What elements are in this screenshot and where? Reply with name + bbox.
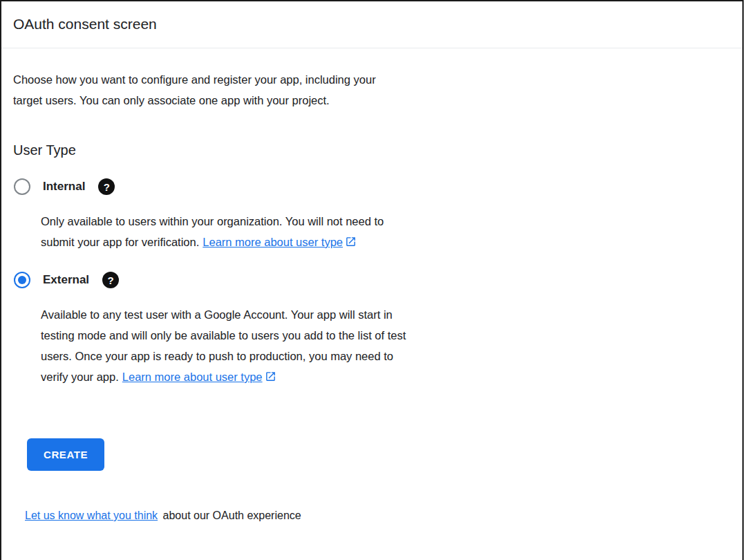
external-link-icon [345,236,357,248]
description-line: users. Once your app is ready to push to… [41,346,731,366]
description-text: submit your app for verification. [41,236,199,248]
description-line: Only available to users within your orga… [41,211,731,232]
description-line: testing mode and will only be available … [41,325,731,346]
feedback-text: about our OAuth experience [160,510,301,521]
option-label-internal[interactable]: Internal [43,180,85,194]
help-icon[interactable]: ? [102,272,119,288]
intro-line: target users. You can only associate one… [13,90,731,111]
feedback-link[interactable]: Let us know what you think [25,510,158,521]
create-button[interactable]: CREATE [27,438,104,471]
oauth-consent-panel: OAuth consent screen Choose how you want… [0,0,744,560]
learn-more-link-label: Learn more about user type [203,236,343,248]
internal-description: Only available to users within your orga… [41,211,731,252]
main-content: Choose how you want to configure and reg… [1,69,742,523]
radio-internal[interactable] [14,178,30,195]
intro-paragraph: Choose how you want to configure and reg… [13,69,731,111]
option-row-external: External ? [13,272,731,288]
intro-line: Choose how you want to configure and reg… [13,69,731,90]
page-header: OAuth consent screen [1,1,742,48]
user-type-heading: User Type [13,141,731,159]
feedback-line: Let us know what you think about our OAu… [25,508,731,523]
option-row-internal: Internal ? [13,178,731,195]
description-line: verify your app.Learn more about user ty… [41,366,731,387]
radio-external[interactable] [14,272,30,288]
description-text: verify your app. [41,371,119,383]
learn-more-link[interactable]: Learn more about user type [203,236,357,248]
external-description: Available to any test user with a Google… [41,304,731,387]
learn-more-link-label: Learn more about user type [122,371,263,383]
description-line: submit your app for verification.Learn m… [41,232,731,252]
help-icon[interactable]: ? [98,178,115,195]
page-title: OAuth consent screen [13,15,731,33]
description-line: Available to any test user with a Google… [41,304,731,325]
external-link-icon [265,371,276,382]
learn-more-link[interactable]: Learn more about user type [122,371,276,383]
option-label-external[interactable]: External [43,273,89,287]
